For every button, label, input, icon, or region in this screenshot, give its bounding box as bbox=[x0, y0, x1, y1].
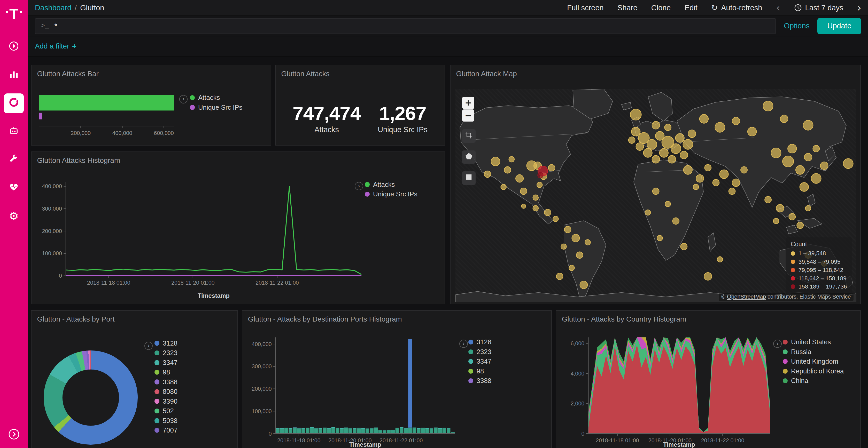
share-button[interactable]: Share bbox=[617, 4, 637, 12]
legend-item-unique-src-ips[interactable]: Unique Src IPs bbox=[365, 189, 417, 199]
terminal-prompt-icon: >_ bbox=[41, 22, 49, 30]
legend-item-5038[interactable]: 5038 bbox=[154, 416, 178, 425]
polygon-tool-button[interactable] bbox=[462, 150, 475, 164]
svg-text:300,000: 300,000 bbox=[252, 364, 272, 370]
logo-letter: T bbox=[9, 7, 18, 22]
query-input[interactable]: >_ * bbox=[35, 18, 776, 34]
svg-text:2018-11-22 01:00: 2018-11-22 01:00 bbox=[255, 280, 299, 286]
openstreetmap-link[interactable]: OpenStreetMap bbox=[727, 294, 766, 300]
panel-attacks-by-country: Glutton - Attacks by Country Histogram 0… bbox=[556, 310, 861, 448]
query-bar: >_ * Options Update bbox=[28, 16, 868, 36]
svg-text:2,000: 2,000 bbox=[571, 401, 585, 407]
legend-expand-icon[interactable]: › bbox=[179, 95, 188, 103]
legend-item-39-548-79-095[interactable]: 39,548 – 79,095 bbox=[791, 257, 847, 266]
legend-item-china[interactable]: China bbox=[783, 376, 844, 386]
legend-item-russia[interactable]: Russia bbox=[783, 347, 844, 357]
legend-item-3128[interactable]: 3128 bbox=[154, 338, 178, 348]
clock-icon bbox=[794, 4, 802, 12]
app-nav: ⚙ bbox=[4, 37, 24, 226]
zoom-out-button[interactable]: − bbox=[462, 109, 474, 122]
filter-bar: Add a filter + bbox=[28, 36, 868, 56]
time-back-chevron[interactable]: ‹ bbox=[776, 3, 780, 13]
legend-item-united-states[interactable]: United States bbox=[783, 337, 844, 347]
rectangle-tool-button[interactable] bbox=[462, 171, 475, 184]
legend-item-1-39-548[interactable]: 1 – 39,548 bbox=[791, 249, 847, 257]
sidebar-item-bot[interactable] bbox=[4, 122, 24, 141]
legend-item-2323[interactable]: 2323 bbox=[154, 348, 178, 358]
full-screen-button[interactable]: Full screen bbox=[567, 4, 603, 12]
svg-text:400,000: 400,000 bbox=[42, 183, 62, 190]
dest-ports-histogram-chart: 0100,000200,000300,000400,0002018-11-18 … bbox=[246, 333, 458, 448]
panel-title: Glutton - Attacks by Country Histogram bbox=[556, 311, 860, 324]
crop-tool-button[interactable] bbox=[462, 129, 475, 142]
panel-title: Glutton Attacks bbox=[276, 65, 444, 79]
legend-item-attacks[interactable]: Attacks bbox=[365, 180, 417, 189]
time-forward-chevron[interactable]: › bbox=[857, 3, 861, 13]
legend-item-republic-of-korea[interactable]: Republic of Korea bbox=[783, 366, 844, 376]
legend-item-98[interactable]: 98 bbox=[468, 366, 491, 376]
robot-icon bbox=[8, 125, 20, 138]
legend-item-3347[interactable]: 3347 bbox=[468, 357, 491, 367]
svg-text:6,000: 6,000 bbox=[571, 340, 585, 347]
sidebar-item-visualize[interactable] bbox=[4, 65, 24, 85]
zoom-in-button[interactable]: + bbox=[462, 97, 474, 109]
legend-item-118-642-158-189[interactable]: 118,642 – 158,189 bbox=[791, 274, 847, 283]
heartbeat-icon bbox=[8, 181, 20, 195]
crop-icon bbox=[465, 131, 473, 141]
map-legend-items: 1 – 39,54839,548 – 79,09579,095 – 118,64… bbox=[791, 249, 847, 291]
options-link[interactable]: Options bbox=[784, 22, 810, 30]
svg-text:2018-11-20 01:00: 2018-11-20 01:00 bbox=[171, 280, 215, 286]
legend-item-98[interactable]: 98 bbox=[154, 368, 178, 377]
legend-item-3388[interactable]: 3388 bbox=[468, 376, 491, 386]
sidebar-item-discover[interactable] bbox=[4, 37, 24, 57]
unique-src-ips-label: Unique Src IPs bbox=[378, 126, 428, 134]
panel-title: Glutton - Attacks by Port bbox=[32, 311, 238, 324]
legend-expand-icon[interactable]: › bbox=[355, 182, 363, 190]
legend-item-3128[interactable]: 3128 bbox=[468, 337, 491, 347]
legend-item-7007[interactable]: 7007 bbox=[154, 425, 178, 435]
t-mobile-logo[interactable]: T bbox=[6, 7, 22, 22]
map-legend-title: Count bbox=[791, 241, 847, 248]
main-area: Dashboard / Glutton Full screen Share Cl… bbox=[28, 0, 868, 448]
sidebar-item-monitoring[interactable] bbox=[4, 178, 24, 198]
legend-item-158-189-197-736[interactable]: 158,189 – 197,736 bbox=[791, 283, 847, 291]
legend-item-3390[interactable]: 3390 bbox=[154, 397, 178, 406]
time-range-picker[interactable]: Last 7 days bbox=[794, 4, 843, 12]
breadcrumb: Dashboard / Glutton bbox=[35, 4, 104, 12]
edit-button[interactable]: Edit bbox=[685, 4, 698, 12]
legend-item-3388[interactable]: 3388 bbox=[154, 377, 178, 387]
legend-item-attacks[interactable]: Attacks bbox=[190, 93, 243, 103]
dashboard-donut-icon bbox=[8, 97, 20, 110]
sidebar-item-dev-tools[interactable] bbox=[4, 150, 24, 170]
svg-text:2018-11-22 01:00: 2018-11-22 01:00 bbox=[379, 438, 423, 444]
legend-item-3347[interactable]: 3347 bbox=[154, 358, 178, 368]
map-attribution: © OpenStreetMap contributors, Elastic Ma… bbox=[719, 293, 854, 301]
dest-ports-legend: 312823233347983388 bbox=[468, 337, 491, 386]
legend-expand-icon[interactable]: › bbox=[145, 342, 153, 350]
legend-item-unique-src-ips[interactable]: Unique Src IPs bbox=[190, 102, 243, 112]
legend-item-8080[interactable]: 8080 bbox=[154, 387, 178, 397]
panel-attack-map: Glutton Attack Map bbox=[450, 65, 861, 304]
map-controls: + − bbox=[462, 97, 475, 185]
port-donut-chart[interactable] bbox=[44, 350, 138, 444]
clone-button[interactable]: Clone bbox=[651, 4, 671, 12]
update-button[interactable]: Update bbox=[817, 18, 861, 34]
legend-item-502[interactable]: 502 bbox=[154, 406, 178, 416]
add-filter-link[interactable]: Add a filter + bbox=[35, 42, 76, 50]
gear-icon: ⚙ bbox=[9, 211, 19, 222]
sidebar-item-dashboard[interactable] bbox=[4, 94, 24, 113]
breadcrumb-dashboard-link[interactable]: Dashboard bbox=[35, 4, 71, 12]
world-map[interactable]: + − Count bbox=[456, 89, 856, 302]
attacks-count: 747,474 bbox=[293, 102, 361, 125]
legend-item-79-095-118-642[interactable]: 79,095 – 118,642 bbox=[791, 266, 847, 274]
legend-expand-icon[interactable]: › bbox=[773, 340, 781, 348]
svg-text:400,000: 400,000 bbox=[252, 341, 272, 347]
collapse-sidebar-button[interactable] bbox=[8, 428, 20, 442]
svg-text:0: 0 bbox=[269, 430, 272, 437]
sidebar-item-management[interactable]: ⚙ bbox=[4, 206, 24, 226]
legend-item-2323[interactable]: 2323 bbox=[468, 347, 491, 357]
legend-item-united-kingdom[interactable]: United Kingdom bbox=[783, 357, 844, 367]
donut-hole bbox=[63, 369, 119, 426]
legend-expand-icon[interactable]: › bbox=[459, 340, 468, 348]
auto-refresh-button[interactable]: ↻ Auto-refresh bbox=[711, 4, 762, 12]
